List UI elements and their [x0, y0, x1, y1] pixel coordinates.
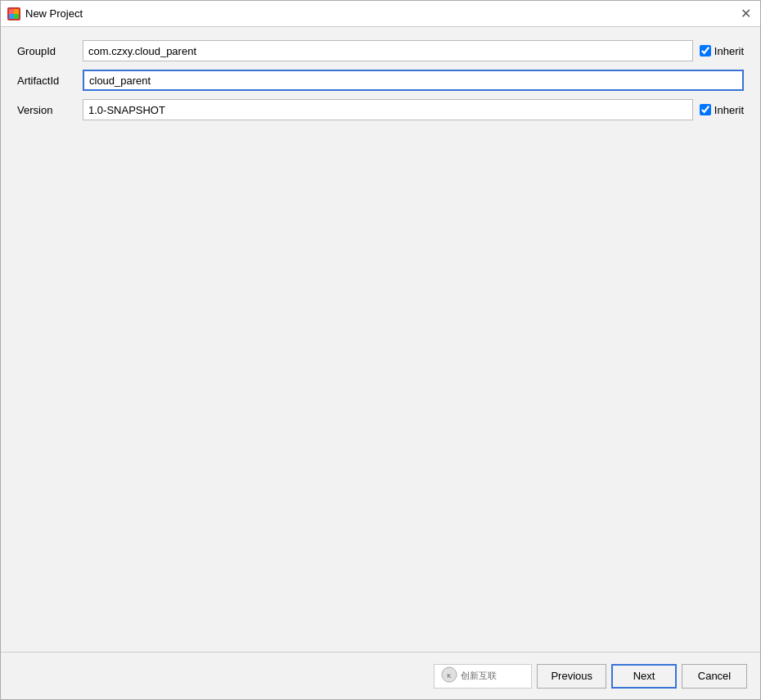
version-inherit-text: Inherit — [714, 104, 744, 116]
dialog-icon — [7, 7, 20, 20]
groupid-inherit-text: Inherit — [714, 45, 744, 57]
watermark-text: 创新互联 — [461, 670, 497, 682]
version-input[interactable] — [83, 99, 693, 120]
dialog-title: New Project — [25, 7, 83, 20]
close-button[interactable]: ✕ — [737, 6, 754, 22]
watermark-icon: K — [441, 666, 457, 685]
title-bar-left: New Project — [7, 7, 83, 20]
version-label: Version — [17, 104, 83, 116]
cancel-button[interactable]: Cancel — [682, 664, 747, 689]
artifactid-row: ArtifactId — [17, 70, 744, 91]
dialog-footer: K 创新互联 Previous Next Cancel — [1, 652, 760, 699]
artifactid-input[interactable] — [83, 70, 744, 91]
groupid-inherit-checkbox[interactable] — [700, 45, 711, 56]
svg-rect-2 — [14, 9, 19, 14]
groupid-input[interactable] — [83, 40, 693, 61]
svg-text:K: K — [448, 672, 453, 680]
groupid-row: GroupId Inherit — [17, 40, 744, 61]
groupid-label: GroupId — [17, 45, 83, 57]
version-inherit-checkbox[interactable] — [700, 104, 711, 115]
watermark-area: K 创新互联 — [434, 664, 532, 689]
svg-rect-1 — [9, 9, 14, 14]
new-project-dialog: New Project ✕ GroupId Inherit ArtifactId… — [0, 0, 761, 700]
svg-rect-4 — [14, 14, 19, 19]
dialog-content: GroupId Inherit ArtifactId Version Inher… — [1, 27, 760, 652]
groupid-inherit-label[interactable]: Inherit — [700, 45, 744, 57]
artifactid-label: ArtifactId — [17, 75, 83, 87]
title-bar: New Project ✕ — [1, 1, 760, 27]
svg-rect-3 — [9, 14, 14, 19]
next-button[interactable]: Next — [611, 664, 677, 689]
version-inherit-label[interactable]: Inherit — [700, 104, 744, 116]
previous-button[interactable]: Previous — [537, 664, 606, 689]
version-row: Version Inherit — [17, 99, 744, 120]
